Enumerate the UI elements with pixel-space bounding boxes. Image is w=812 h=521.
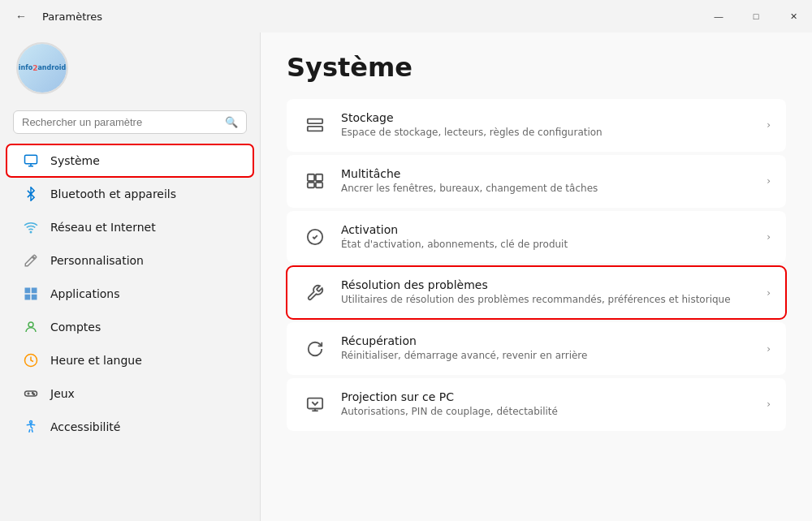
sidebar-item-label-jeux: Jeux <box>50 387 75 400</box>
settings-item-activation[interactable]: ActivationÉtat d'activation, abonnements… <box>287 211 786 264</box>
close-button[interactable]: ✕ <box>775 0 812 32</box>
projection-icon <box>302 391 328 417</box>
item-text-resolution: Résolution des problèmesUtilitaires de r… <box>341 278 754 307</box>
svg-rect-13 <box>308 127 322 131</box>
item-desc-projection: Autorisations, PIN de couplage, détectab… <box>341 405 754 419</box>
activation-icon <box>302 224 328 250</box>
chevron-right-icon: › <box>767 175 771 187</box>
item-text-stockage: StockageEspace de stockage, lecteurs, rè… <box>341 111 754 140</box>
sidebar-item-systeme[interactable]: Système <box>6 144 253 177</box>
accessibility-icon <box>23 419 39 435</box>
sidebar-item-label-applications: Applications <box>50 287 120 300</box>
recovery-icon <box>302 336 328 362</box>
sidebar-item-bluetooth[interactable]: Bluetooth et appareils <box>6 178 253 210</box>
page-title: Système <box>287 52 786 83</box>
svg-point-11 <box>30 421 32 424</box>
chevron-right-icon: › <box>767 343 771 355</box>
sidebar-item-label-accessibilite: Accessibilité <box>50 420 120 433</box>
minimize-button[interactable]: — <box>700 0 737 32</box>
brush-icon <box>23 252 39 269</box>
svg-rect-3 <box>32 288 37 292</box>
apps-icon <box>23 286 39 302</box>
svg-rect-21 <box>308 398 322 409</box>
item-desc-stockage: Espace de stockage, lecteurs, règles de … <box>341 126 754 140</box>
svg-point-1 <box>30 231 32 233</box>
sidebar-item-comptes[interactable]: Comptes <box>6 311 253 343</box>
item-text-projection: Projection sur ce PCAutorisations, PIN d… <box>341 390 754 419</box>
content-area: Système StockageEspace de stockage, lect… <box>261 32 812 521</box>
chevron-right-icon: › <box>767 287 771 299</box>
sidebar-item-reseau[interactable]: Réseau et Internet <box>6 211 253 243</box>
item-title-projection: Projection sur ce PC <box>341 390 754 403</box>
item-desc-multitache: Ancrer les fenêtres, bureaux, changement… <box>341 182 754 196</box>
chevron-right-icon: › <box>767 119 771 131</box>
titlebar: ← Paramètres — □ ✕ <box>0 0 812 32</box>
sidebar-item-label-personnalisation: Personnalisation <box>50 254 144 267</box>
person-icon <box>23 319 39 335</box>
settings-item-multitache[interactable]: MultitâcheAncrer les fenêtres, bureaux, … <box>287 155 786 208</box>
settings-item-resolution[interactable]: Résolution des problèmesUtilitaires de r… <box>287 266 786 319</box>
svg-rect-16 <box>308 174 314 181</box>
svg-point-6 <box>28 322 33 327</box>
chevron-right-icon: › <box>767 398 771 410</box>
avatar: info 2 android <box>16 42 68 94</box>
sidebar-item-personnalisation[interactable]: Personnalisation <box>6 244 253 277</box>
clock-icon <box>23 352 39 368</box>
chevron-right-icon: › <box>767 231 771 243</box>
back-button[interactable]: ← <box>10 5 32 28</box>
search-box[interactable]: 🔍 <box>13 110 247 134</box>
sidebar-item-label-heure: Heure et langue <box>50 354 142 367</box>
item-title-recuperation: Récupération <box>341 334 754 347</box>
sidebar-item-accessibilite[interactable]: Accessibilité <box>6 411 253 443</box>
svg-rect-5 <box>32 295 37 299</box>
item-title-activation: Activation <box>341 223 754 236</box>
svg-rect-17 <box>316 174 322 181</box>
svg-rect-2 <box>25 288 29 292</box>
svg-point-9 <box>33 394 35 395</box>
svg-rect-12 <box>308 119 322 124</box>
sidebar-item-label-bluetooth: Bluetooth et appareils <box>50 187 176 200</box>
titlebar-title: Paramètres <box>42 11 102 23</box>
monitor-icon <box>23 153 39 169</box>
svg-rect-0 <box>25 155 37 164</box>
game-icon <box>23 385 39 402</box>
settings-item-stockage[interactable]: StockageEspace de stockage, lecteurs, rè… <box>287 99 786 152</box>
item-title-stockage: Stockage <box>341 111 754 124</box>
svg-rect-4 <box>25 295 29 299</box>
item-text-recuperation: RécupérationRéinitialiser, démarrage ava… <box>341 334 754 363</box>
multitask-icon <box>302 168 328 194</box>
item-desc-resolution: Utilitaires de résolution des problèmes … <box>341 293 754 307</box>
search-icon: 🔍 <box>225 116 238 128</box>
bluetooth-icon <box>23 186 39 202</box>
item-title-multitache: Multitâche <box>341 167 754 180</box>
sidebar-item-label-reseau: Réseau et Internet <box>50 221 156 234</box>
settings-item-projection[interactable]: Projection sur ce PCAutorisations, PIN d… <box>287 378 786 431</box>
search-input[interactable] <box>22 116 218 128</box>
svg-rect-19 <box>316 183 322 187</box>
sidebar-item-label-systeme: Système <box>50 154 100 167</box>
wrench-icon <box>302 280 328 306</box>
wifi-icon <box>23 219 39 235</box>
avatar-area: info 2 android <box>0 32 260 110</box>
titlebar-left: ← Paramètres <box>10 5 102 28</box>
settings-item-recuperation[interactable]: RécupérationRéinitialiser, démarrage ava… <box>287 322 786 375</box>
item-desc-recuperation: Réinitialiser, démarrage avancé, revenir… <box>341 349 754 363</box>
settings-list: StockageEspace de stockage, lecteurs, rè… <box>287 99 786 431</box>
sidebar-item-label-comptes: Comptes <box>50 321 101 334</box>
main-layout: info 2 android 🔍 SystèmeBluetooth et app… <box>0 32 812 521</box>
sidebar-item-applications[interactable]: Applications <box>6 278 253 310</box>
sidebar-item-heure[interactable]: Heure et langue <box>6 344 253 377</box>
storage-icon <box>302 112 328 138</box>
sidebar-nav: SystèmeBluetooth et appareilsRéseau et I… <box>0 144 260 444</box>
item-desc-activation: État d'activation, abonnements, clé de p… <box>341 238 754 252</box>
item-text-multitache: MultitâcheAncrer les fenêtres, bureaux, … <box>341 167 754 196</box>
item-text-activation: ActivationÉtat d'activation, abonnements… <box>341 223 754 252</box>
avatar-inner: info 2 android <box>18 44 67 93</box>
svg-rect-18 <box>308 183 314 187</box>
sidebar-item-jeux[interactable]: Jeux <box>6 377 253 410</box>
svg-rect-10 <box>25 391 37 396</box>
sidebar: info 2 android 🔍 SystèmeBluetooth et app… <box>0 32 260 521</box>
titlebar-controls: — □ ✕ <box>700 0 812 32</box>
maximize-button[interactable]: □ <box>737 0 775 32</box>
item-title-resolution: Résolution des problèmes <box>341 278 754 291</box>
